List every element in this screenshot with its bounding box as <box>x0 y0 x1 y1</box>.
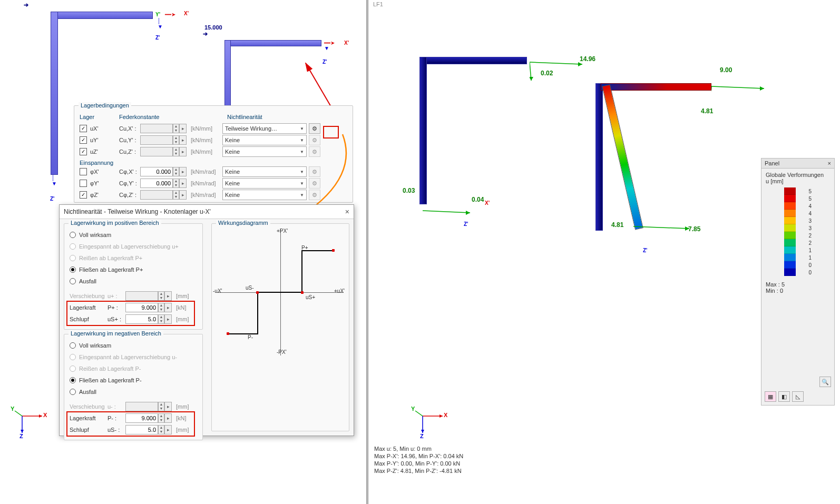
spin-usplus[interactable]: ▲▼ <box>158 314 164 324</box>
lbl-neg-reissen: Reißen ab Lagerkraft P- <box>79 365 141 372</box>
input-cphiy[interactable] <box>140 179 173 188</box>
load-arrow-1: ➔ <box>24 2 28 8</box>
triad-r-y: Y <box>411 406 415 412</box>
input-pminus[interactable] <box>125 413 158 423</box>
lbl-neg-fliessen: Fließen ab Lagerkraft P- <box>79 377 142 383</box>
legend-swatch <box>784 246 796 254</box>
input-usplus[interactable] <box>125 314 158 324</box>
legend-tick: 2 <box>801 240 812 246</box>
pick-pplus[interactable]: ▸ <box>164 303 172 312</box>
panel-zoom-icon[interactable]: 🔍 <box>819 377 831 387</box>
effect-diagram: +PX' -PX' +uX' -uX' P+ P- uS+ uS- <box>217 229 344 355</box>
nl-settings-ux-button[interactable]: ⚙ <box>309 123 320 134</box>
radio-pos-fliessen[interactable] <box>70 266 76 273</box>
spin-cphix[interactable]: ▲▼ <box>173 167 179 176</box>
spin-cuz[interactable]: ▲▼ <box>173 147 179 156</box>
pick-cux[interactable]: ▸ <box>179 124 187 133</box>
pick-cuy[interactable]: ▸ <box>179 135 187 145</box>
pick-pminus[interactable]: ▸ <box>164 413 172 423</box>
col-feder: Federkonstante <box>119 114 227 120</box>
chk-uz[interactable] <box>80 148 87 155</box>
unit-uplus: [mm] <box>176 293 189 299</box>
nl-settings-phiz-button[interactable]: ⚙ <box>309 190 320 200</box>
input-pplus[interactable] <box>125 303 158 312</box>
combo-nl-uy[interactable]: Keine▼ <box>222 135 307 145</box>
pick-usminus[interactable]: ▸ <box>164 425 172 434</box>
unit-phiy: [kNm/rad] <box>191 180 222 186</box>
col-lager: Lager <box>80 114 119 120</box>
chk-ux[interactable] <box>80 125 87 132</box>
radio-neg-ausfall[interactable] <box>70 389 76 395</box>
pick-usplus[interactable]: ▸ <box>164 314 172 324</box>
unit-phiz: [kNm/rad] <box>191 192 222 198</box>
lbl-verschiebung-p: Verschiebung <box>70 293 108 299</box>
combo-nl-ux[interactable]: Teilweise Wirkung…▼ <box>222 123 307 134</box>
panel-close-icon[interactable]: × <box>828 160 831 166</box>
pick-cphiz[interactable]: ▸ <box>179 190 187 200</box>
lbl-pos-voll: Voll wirksam <box>79 232 111 238</box>
radio-pos-voll[interactable] <box>70 232 76 238</box>
pick-cuz[interactable]: ▸ <box>179 147 187 156</box>
lbl-neg-einge: Eingespannt ab Lagerverschiebung u- <box>79 354 177 360</box>
radio-neg-fliessen[interactable] <box>70 377 76 383</box>
legend-tick: 3 <box>801 225 812 231</box>
spin-cphiy[interactable]: ▲▼ <box>173 179 179 188</box>
chk-phiz[interactable] <box>80 191 87 199</box>
res1-ax-z: Z' <box>464 221 468 227</box>
axis-x-1: X' <box>184 11 189 16</box>
viewport-divider[interactable] <box>366 0 368 504</box>
nl-settings-uz-button[interactable]: ⚙ <box>309 146 320 157</box>
pick-cphiy[interactable]: ▸ <box>179 179 187 188</box>
panel-tab-3[interactable]: ◺ <box>792 391 804 402</box>
input-cuz[interactable] <box>140 147 173 156</box>
radio-pos-ausfall[interactable] <box>70 278 76 284</box>
combo-nl-uz[interactable]: Keine▼ <box>222 146 307 157</box>
chk-phix[interactable] <box>80 168 87 175</box>
combo-nl-phiy[interactable]: Keine▼ <box>222 178 307 189</box>
col-nl: Nichtlinearität <box>227 114 262 120</box>
input-cux[interactable] <box>140 124 173 133</box>
combo-nl-phiz[interactable]: Keine▼ <box>222 190 307 200</box>
nonlinearity-dialog: Nichtlinearität - Teilweise Wirkung - Kn… <box>59 204 354 436</box>
input-cphix[interactable] <box>140 167 173 176</box>
res1-ax-x: X' <box>485 200 490 206</box>
panel-tab-1[interactable]: ▦ <box>765 391 776 402</box>
panel-subtitle: Globale Verformungen <box>766 172 830 178</box>
radio-neg-voll[interactable] <box>70 342 76 349</box>
legend-swatch <box>784 254 796 261</box>
spin-pminus[interactable]: ▲▼ <box>158 413 164 423</box>
triad-x: X <box>43 412 47 418</box>
input-usminus[interactable] <box>125 425 158 434</box>
unit-usminus: [mm] <box>176 427 189 433</box>
input-cphiz[interactable] <box>140 190 173 200</box>
result2-beam-v-deformed <box>602 84 643 230</box>
lbl-pos-ausfall: Ausfall <box>79 278 96 284</box>
spin-cux[interactable]: ▲▼ <box>173 124 179 133</box>
pick-cphix[interactable]: ▸ <box>179 167 187 176</box>
panel-tab-2[interactable]: ◧ <box>778 391 790 402</box>
spin-pplus[interactable]: ▲▼ <box>158 303 164 312</box>
spin-cphiz[interactable]: ▲▼ <box>173 190 179 200</box>
support-conditions-group: Lagerbedingungen Lager Federkonstante Ni… <box>74 105 353 203</box>
chk-uy[interactable] <box>80 136 87 144</box>
triad-z: Z <box>19 433 23 439</box>
dialog-close-button[interactable]: × <box>345 207 349 216</box>
spin-cuy[interactable]: ▲▼ <box>173 135 179 145</box>
unit-ux: [kN/mm] <box>191 125 222 132</box>
status-line-3: Max P-Y': 0.00, Min P-Y': 0.00 kN <box>374 460 463 467</box>
lbl-lagerkraft-n: Lagerkraft <box>70 415 108 421</box>
input-uminus <box>125 402 158 411</box>
res1-base-pz: 0.04 <box>472 196 484 203</box>
legend-tick: 3 <box>801 218 812 224</box>
legend-swatch <box>784 232 796 239</box>
load-value-2: 15.000 <box>204 24 222 31</box>
combo-nl-phix[interactable]: Keine▼ <box>222 166 307 177</box>
spin-usminus[interactable]: ▲▼ <box>158 425 164 434</box>
legend-swatch <box>784 224 796 232</box>
chk-phiy[interactable] <box>80 180 87 187</box>
nl-settings-phiy-button[interactable]: ⚙ <box>309 178 320 189</box>
nl-settings-uy-button[interactable]: ⚙ <box>309 135 320 145</box>
nl-settings-phix-button[interactable]: ⚙ <box>309 166 320 177</box>
input-cuy[interactable] <box>140 135 173 145</box>
res2-px: 9.00 <box>720 66 732 74</box>
